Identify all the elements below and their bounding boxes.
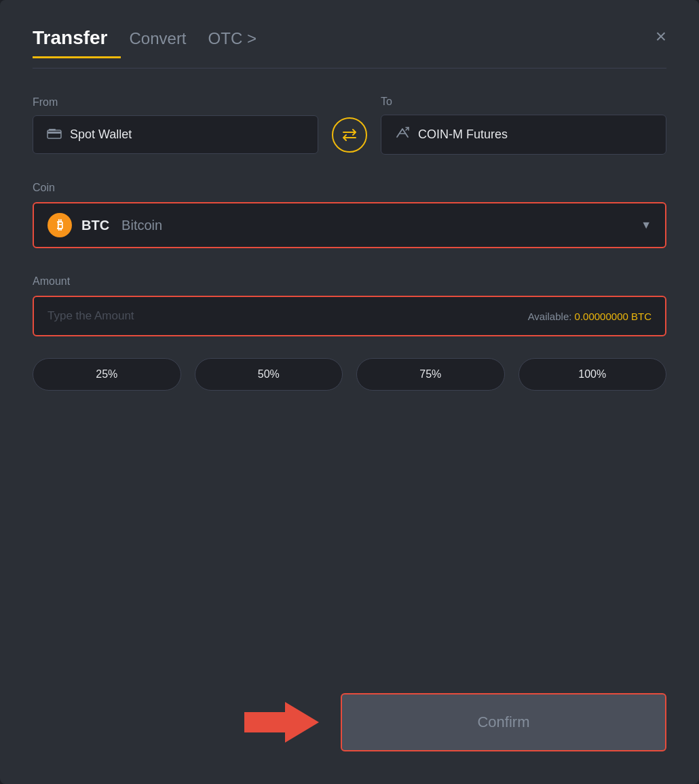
from-column: From Spot Wallet [33,96,318,154]
from-wallet-name: Spot Wallet [70,128,132,142]
tab-transfer[interactable]: Transfer [33,27,108,56]
coin-selector[interactable]: ₿ BTC Bitcoin ▼ [33,202,666,248]
btc-icon: ₿ [48,213,72,237]
from-label: From [33,96,318,109]
chevron-down-icon: ▼ [641,219,651,231]
transfer-modal: Transfer Convert OTC > × From Spot Walle… [0,0,699,784]
tab-otc[interactable]: OTC > [208,29,257,56]
swap-container [318,98,381,153]
futures-icon [395,126,410,143]
percent-25-button[interactable]: 25% [33,358,181,391]
to-column: To COIN-M Futures [381,96,666,155]
percent-row: 25% 50% 75% 100% [33,358,666,391]
svg-rect-0 [48,130,61,138]
to-label: To [381,96,666,108]
coin-label: Coin [33,182,666,194]
amount-section: Amount Type the Amount Available: 0.0000… [33,275,666,358]
modal-header: Transfer Convert OTC > × [33,27,666,58]
percent-50-button[interactable]: 50% [195,358,343,391]
confirm-button[interactable]: Confirm [341,693,666,751]
available-text: Available: 0.00000000 BTC [528,311,651,322]
header-divider [33,68,666,68]
swap-button[interactable] [332,117,367,153]
from-wallet-box[interactable]: Spot Wallet [33,115,318,154]
available-value: 0.00000000 BTC [575,311,651,322]
from-to-row: From Spot Wallet To [33,96,666,155]
to-wallet-name: COIN-M Futures [418,128,508,142]
available-label: Available: [528,311,572,322]
wallet-icon [47,127,62,142]
amount-placeholder: Type the Amount [48,309,134,323]
amount-label: Amount [33,275,666,288]
to-wallet-box[interactable]: COIN-M Futures [381,115,666,155]
coin-full-name: Bitcoin [121,218,162,233]
confirm-row: Confirm [33,693,666,751]
coin-section: Coin ₿ BTC Bitcoin ▼ [33,182,666,275]
close-button[interactable]: × [656,27,666,46]
coin-symbol: BTC [81,218,109,233]
amount-input-box[interactable]: Type the Amount Available: 0.00000000 BT… [33,296,666,336]
percent-100-button[interactable]: 100% [518,358,667,391]
svg-rect-2 [49,129,56,131]
tab-convert[interactable]: Convert [130,29,187,56]
percent-75-button[interactable]: 75% [356,358,505,391]
svg-rect-1 [48,132,61,134]
arrow-indicator [238,695,319,749]
svg-marker-3 [244,702,319,743]
tab-underline [33,56,121,58]
